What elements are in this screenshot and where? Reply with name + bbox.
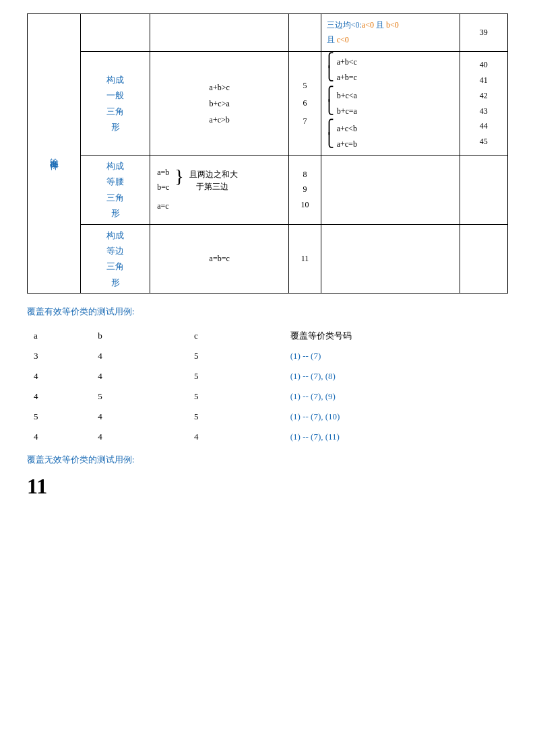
cell-c: 5 bbox=[187, 407, 284, 427]
table-row-equilateral: 构成等边三角形 a=b=c 11 bbox=[28, 224, 508, 294]
cell-a: 4 bbox=[27, 427, 91, 447]
header-c: c bbox=[187, 326, 284, 346]
table-row-neg: 输出条件 三边均<0:a<0 且 b<0 且 c<0 39 bbox=[28, 14, 508, 52]
cell-isosceles-output bbox=[321, 155, 460, 224]
output-condition-label: 输出条件 bbox=[28, 14, 81, 294]
cell-case-8-10: 8910 bbox=[289, 155, 321, 224]
invalid-coverage-section: 覆盖无效等价类的测试用例: 11 bbox=[27, 454, 508, 499]
cell-equilateral-condition: a=b=c bbox=[150, 224, 289, 294]
invalid-title: 覆盖无效等价类的测试用例: bbox=[27, 454, 508, 466]
cell-class-11 bbox=[460, 224, 507, 294]
cell-b: 4 bbox=[91, 427, 187, 447]
invalid-number: 11 bbox=[27, 474, 508, 499]
cell-code: (1) -- (7) bbox=[284, 346, 508, 366]
cell-code: (1) -- (7), (11) bbox=[284, 427, 508, 447]
cell-b: 4 bbox=[91, 346, 187, 366]
cell-c: 4 bbox=[187, 427, 284, 447]
cell-general-output: ⎧⎩ a+b<ca+b=c ⎧⎩ b+c<ab+c=a ⎧⎩ a+c<ba+c=… bbox=[321, 52, 460, 156]
cell-equilateral-output bbox=[321, 224, 460, 294]
coverage-data-row: 4 4 5 (1) -- (7), (8) bbox=[27, 366, 508, 386]
cell-general-label: 构成一般三角形 bbox=[81, 52, 150, 156]
cell-c: 5 bbox=[187, 386, 284, 407]
cell-b: 4 bbox=[91, 407, 187, 427]
cell-equilateral-label: 构成等边三角形 bbox=[81, 224, 150, 294]
coverage-header-row: a b c 覆盖等价类号码 bbox=[27, 326, 508, 346]
cell-a: 4 bbox=[27, 386, 91, 407]
cell-classes-40-45: 404142434445 bbox=[460, 52, 507, 156]
cell-empty-3 bbox=[289, 14, 321, 52]
cell-a: 3 bbox=[27, 346, 91, 366]
coverage-data-row: 4 4 4 (1) -- (7), (11) bbox=[27, 427, 508, 447]
cell-b: 5 bbox=[91, 386, 187, 407]
cell-empty-2 bbox=[150, 14, 289, 52]
coverage-table: a b c 覆盖等价类号码 3 4 5 (1) -- (7) 4 4 5 (1)… bbox=[27, 326, 508, 447]
cell-c: 5 bbox=[187, 346, 284, 366]
cell-neg-output: 三边均<0:a<0 且 b<0 且 c<0 bbox=[321, 14, 460, 52]
cell-isosceles-label: 构成等腰三角形 bbox=[81, 155, 150, 224]
table-row-isosceles: 构成等腰三角形 a=bb=c } 且两边之和大于第三边 a=c 8910 bbox=[28, 155, 508, 224]
header-a: a bbox=[27, 326, 91, 346]
cell-code: (1) -- (7), (9) bbox=[284, 386, 508, 407]
cell-code: (1) -- (7), (10) bbox=[284, 407, 508, 427]
main-table: 输出条件 三边均<0:a<0 且 b<0 且 c<0 39 构成一般三角形 a+… bbox=[27, 13, 508, 294]
table-row-general: 构成一般三角形 a+b>cb+c>aa+c>b 567 ⎧⎩ a+b<ca+b=… bbox=[28, 52, 508, 156]
cell-a: 4 bbox=[27, 366, 91, 386]
cell-a: 5 bbox=[27, 407, 91, 427]
cell-case-567: 567 bbox=[289, 52, 321, 156]
coverage-data-row: 3 4 5 (1) -- (7) bbox=[27, 346, 508, 366]
header-b: b bbox=[91, 326, 187, 346]
cell-empty-1 bbox=[81, 14, 150, 52]
cell-case-11: 11 bbox=[289, 224, 321, 294]
coverage-data-row: 5 4 5 (1) -- (7), (10) bbox=[27, 407, 508, 427]
valid-coverage-section: 覆盖有效等价类的测试用例: a b c 覆盖等价类号码 3 4 5 (1) --… bbox=[27, 306, 508, 447]
valid-title: 覆盖有效等价类的测试用例: bbox=[27, 306, 508, 318]
coverage-data-row: 4 5 5 (1) -- (7), (9) bbox=[27, 386, 508, 407]
header-code: 覆盖等价类号码 bbox=[284, 326, 508, 346]
cell-isosceles-condition: a=bb=c } 且两边之和大于第三边 a=c bbox=[150, 155, 289, 224]
cell-general-condition: a+b>cb+c>aa+c>b bbox=[150, 52, 289, 156]
cell-class-39: 39 bbox=[460, 14, 507, 52]
cell-b: 4 bbox=[91, 366, 187, 386]
cell-c: 5 bbox=[187, 366, 284, 386]
cell-code: (1) -- (7), (8) bbox=[284, 366, 508, 386]
cell-classes-8-10 bbox=[460, 155, 507, 224]
